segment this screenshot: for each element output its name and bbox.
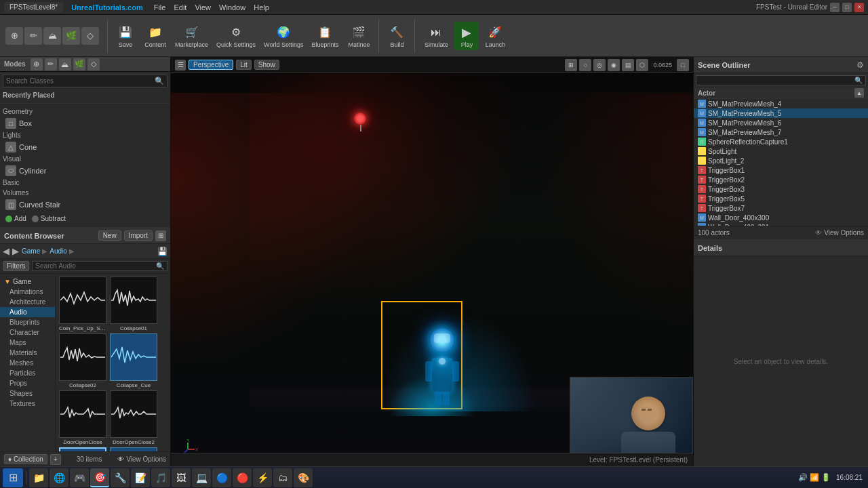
save-button[interactable]: 💾 Save [112,22,139,50]
cb-expand-icon[interactable]: ⊞ [155,230,166,241]
search-classes-input[interactable] [6,77,155,85]
so-item-2[interactable]: M SM_MatPreviewMesh_5 [694,108,868,118]
tree-meshes[interactable]: Meshes [0,358,55,368]
tb-icon-6[interactable]: 📝 [131,468,150,487]
minimize-btn[interactable]: ─ [830,3,840,12]
tb-icon-10[interactable]: 🔵 [212,468,231,487]
tree-blueprints[interactable]: Blueprints [0,317,55,327]
start-button[interactable]: ⊞ [3,468,23,487]
recently-placed-section[interactable]: Recently Placed [3,90,167,100]
mode-landscape-btn[interactable]: ⛰ [43,27,61,45]
tree-props[interactable]: Props [0,378,55,388]
vp-ctrl-1[interactable]: ⊞ [565,59,577,71]
menu-help[interactable]: Help [254,3,269,12]
play-button[interactable]: ▶ Play [454,22,479,50]
basic-section[interactable]: Basic [3,178,167,188]
new-button[interactable]: New [98,230,121,241]
world-settings-button[interactable]: 🌍 World Settings [260,22,307,50]
asset-coin-pick-up[interactable]: Coin_Pick_Up_Sound [58,277,107,331]
simulate-button[interactable]: ⏭ Simulate [419,22,453,50]
so-view-options-btn[interactable]: View Options [824,229,864,237]
tb-icon-13[interactable]: 🗂 [273,468,292,487]
tb-icon-11[interactable]: 🔴 [233,468,252,487]
menu-view[interactable]: View [195,3,211,12]
tb-icon-12[interactable]: ⚡ [253,468,272,487]
quick-settings-button[interactable]: ⚙ Quick Settings [213,22,259,50]
mode-geometry-btn[interactable]: ◇ [81,27,99,45]
tb-unreal[interactable]: 🎯 [90,468,109,487]
asset-collapse02[interactable]: Collapse02 [58,333,107,388]
mode-select-btn[interactable]: ⊕ [5,27,23,45]
import-button[interactable]: Import [124,230,153,241]
cone-item[interactable]: △ Cone [3,140,167,154]
tree-game[interactable]: ▼Game [0,277,55,287]
visual-section[interactable]: Visual [3,154,167,164]
subtract-button[interactable]: Subtract [32,215,66,222]
blueprints-button[interactable]: 📋 Blueprints [308,22,342,50]
tb-icon-9[interactable]: 💻 [192,468,211,487]
content-button[interactable]: 📁 Content [140,22,170,50]
menu-window[interactable]: Window [219,3,245,12]
so-item-13[interactable]: M Wall_Door_400x300 [694,213,868,222]
lit-btn[interactable]: Lit [236,60,252,70]
forward-arrow[interactable]: ▶ [12,246,19,256]
vp-ctrl-6[interactable]: ⬡ [636,59,648,71]
mode-paint-btn[interactable]: ✏ [24,27,42,45]
lights-section[interactable]: Lights [3,130,167,140]
actor-sort-btn[interactable]: ▲ [854,88,864,98]
tree-particles[interactable]: Particles [0,368,55,378]
so-item-8[interactable]: T TriggerBox1 [694,165,868,175]
tb-icon-5[interactable]: 🔧 [111,468,130,487]
build-button[interactable]: 🔨 Build [383,22,410,50]
maximize-btn[interactable]: □ [842,3,852,12]
tb-icon-8[interactable]: 🖼 [172,468,191,487]
menu-file[interactable]: File [154,3,166,12]
modes-icon-3[interactable]: ⛰ [59,58,71,70]
add-button[interactable]: Add [5,215,26,222]
menu-edit[interactable]: Edit [174,3,186,12]
so-item-10[interactable]: T TriggerBox3 [694,184,868,194]
so-item-6[interactable]: L SpotLight [694,146,868,156]
geometry-section[interactable]: Geometry [3,106,167,117]
vp-menu-btn[interactable]: ☰ [175,60,186,70]
collection-expand[interactable]: + [50,454,61,465]
so-item-5[interactable]: R SphereReflectionCapture1 [694,137,868,146]
tb-icon-7[interactable]: 🎵 [151,468,170,487]
modes-icon-2[interactable]: ✏ [45,58,57,70]
mode-foliage-btn[interactable]: 🌿 [62,27,80,45]
box-item[interactable]: □ Box [3,117,167,130]
cb-search-input[interactable] [35,262,156,270]
curved-stair-item[interactable]: ◫ Curved Stair [3,198,167,211]
tb-icon-3[interactable]: 🎮 [70,468,89,487]
tree-animations[interactable]: Animations [0,287,55,297]
close-btn[interactable]: ✕ [854,3,864,12]
breadcrumb-audio[interactable]: Audio [50,247,67,255]
cb-save-icon[interactable]: 💾 [157,247,167,256]
filters-button[interactable]: Filters [3,261,29,271]
volumes-section[interactable]: Volumes [3,188,167,198]
asset-collapse-cue[interactable]: Collapse_Cue [109,333,158,388]
tree-maps[interactable]: Maps [0,338,55,348]
vp-ctrl-5[interactable]: ▤ [622,59,634,71]
marketplace-button[interactable]: 🛒 Marketplace [172,22,212,50]
tree-character[interactable]: Character [0,327,55,338]
vp-ctrl-7[interactable]: □ [677,59,689,71]
tree-materials[interactable]: Materials [0,348,55,358]
tree-textures[interactable]: Textures [0,399,55,409]
launch-button[interactable]: 🚀 Launch [480,22,510,50]
tb-icon-14[interactable]: 🎨 [294,468,313,487]
so-item-11[interactable]: T TriggerBox5 [694,194,868,203]
asset-dooropenclose2[interactable]: DoorOpenClose2 [109,390,158,445]
back-arrow[interactable]: ◀ [3,246,9,256]
so-item-9[interactable]: T TriggerBox2 [694,175,868,184]
modes-icon-4[interactable]: 🌿 [73,58,85,70]
scene-outliner-search[interactable] [699,77,854,84]
matinee-button[interactable]: 🎬 Matinee [343,22,374,50]
vp-ctrl-4[interactable]: ◉ [608,59,620,71]
so-item-7[interactable]: L SpotLight_2 [694,156,868,165]
asset-dooropenclose[interactable]: DoorOpenClose [58,390,107,445]
tree-shapes[interactable]: Shapes [0,388,55,399]
tree-architecture[interactable]: Architecture [0,297,55,307]
modes-icon-5[interactable]: ◇ [87,58,100,70]
so-item-12[interactable]: T TriggerBox7 [694,203,868,213]
